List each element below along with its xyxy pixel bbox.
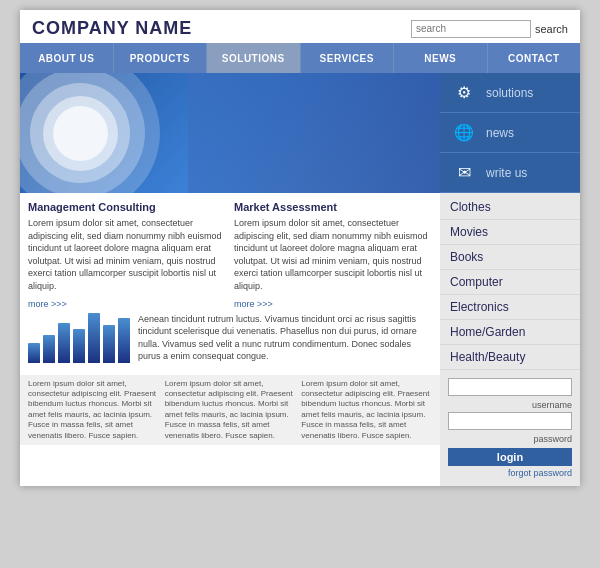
right-panel: Clothes Movies Books Computer Electronic…: [440, 193, 580, 486]
mid-section: Aenean tincidunt rutrum luctus. Vivamus …: [20, 313, 440, 371]
cat-books[interactable]: Books: [440, 245, 580, 270]
mid-text: Aenean tincidunt rutrum luctus. Vivamus …: [130, 313, 432, 367]
col-management: Management Consulting Lorem ipsum dolor …: [28, 201, 234, 309]
forgot-password-link[interactable]: forgot password: [448, 468, 572, 478]
username-label: username: [448, 400, 572, 410]
nav-item-services[interactable]: SERVICES: [301, 43, 395, 73]
sidebar-item-news[interactable]: 🌐 news: [440, 113, 580, 153]
password-field[interactable]: [448, 412, 572, 430]
globe-icon: 🌐: [450, 119, 478, 147]
nav-item-products[interactable]: PRODUCTS: [114, 43, 208, 73]
login-section: username password login forgot password: [440, 370, 580, 486]
bar-6: [103, 325, 115, 363]
hero-section: [20, 73, 440, 193]
footer-card-2: Lorem ipsum dolor sit amet, consectetur …: [165, 379, 296, 441]
col1-text: Lorem ipsum dolor sit amet, consectetuer…: [28, 217, 226, 293]
footer-card-3-text: Lorem ipsum dolor sit amet, consectetur …: [301, 379, 429, 440]
search-input[interactable]: [411, 20, 531, 38]
nav-item-solutions[interactable]: SOLUTIONS: [207, 43, 301, 73]
col2-text: Lorem ipsum dolor sit amet, consectetuer…: [234, 217, 432, 293]
footer-cards: Lorem ipsum dolor sit amet, consectetur …: [20, 375, 440, 445]
hero-circle-5: [53, 106, 108, 161]
footer-card-1-text: Lorem ipsum dolor sit amet, consectetur …: [28, 379, 156, 440]
login-button[interactable]: login: [448, 448, 572, 466]
bar-4: [73, 329, 85, 363]
page-container: COMPANY NAME search ABOUT US PRODUCTS SO…: [20, 10, 580, 486]
search-label: search: [535, 23, 568, 35]
sidebar-item-write[interactable]: ✉ write us: [440, 153, 580, 193]
bar-7: [118, 318, 130, 363]
col1-title: Management Consulting: [28, 201, 226, 213]
bar-1: [28, 343, 40, 363]
category-sidebar: Clothes Movies Books Computer Electronic…: [440, 193, 580, 370]
footer-card-1: Lorem ipsum dolor sit amet, consectetur …: [28, 379, 159, 441]
search-bar: search: [411, 20, 568, 38]
nav-bar: ABOUT US PRODUCTS SOLUTIONS SERVICES NEW…: [20, 43, 580, 73]
right-sidebar: ⚙ solutions 🌐 news ✉ write us: [440, 73, 580, 193]
footer-card-2-text: Lorem ipsum dolor sit amet, consectetur …: [165, 379, 293, 440]
sidebar-label-solutions: solutions: [486, 86, 533, 100]
cat-clothes[interactable]: Clothes: [440, 195, 580, 220]
content-row: Management Consulting Lorem ipsum dolor …: [20, 193, 580, 486]
bar-3: [58, 323, 70, 363]
cat-home-garden[interactable]: Home/Garden: [440, 320, 580, 345]
cat-health-beauty[interactable]: Health/Beauty: [440, 345, 580, 370]
hero-arc: [188, 73, 440, 193]
footer-card-3: Lorem ipsum dolor sit amet, consectetur …: [301, 379, 432, 441]
company-name: COMPANY NAME: [32, 18, 192, 39]
content-columns: Management Consulting Lorem ipsum dolor …: [20, 193, 440, 313]
header: COMPANY NAME search: [20, 10, 580, 43]
username-field[interactable]: [448, 378, 572, 396]
main-content: Management Consulting Lorem ipsum dolor …: [20, 193, 440, 486]
col1-more[interactable]: more >>>: [28, 299, 67, 309]
nav-item-about[interactable]: ABOUT US: [20, 43, 114, 73]
nav-item-news[interactable]: NEWS: [394, 43, 488, 73]
cat-movies[interactable]: Movies: [440, 220, 580, 245]
col-market: Market Assessment Lorem ipsum dolor sit …: [234, 201, 432, 309]
sidebar-label-news: news: [486, 126, 514, 140]
cat-computer[interactable]: Computer: [440, 270, 580, 295]
chart-bars: [28, 313, 130, 363]
sidebar-item-solutions[interactable]: ⚙ solutions: [440, 73, 580, 113]
bar-chart: [28, 313, 130, 367]
cat-electronics[interactable]: Electronics: [440, 295, 580, 320]
password-label: password: [448, 434, 572, 444]
bar-2: [43, 335, 55, 363]
bar-5: [88, 313, 100, 363]
col2-title: Market Assessment: [234, 201, 432, 213]
hero-row: ⚙ solutions 🌐 news ✉ write us: [20, 73, 580, 193]
hero-banner: [20, 73, 440, 193]
gear-icon: ⚙: [450, 79, 478, 107]
col2-more[interactable]: more >>>: [234, 299, 273, 309]
sidebar-label-write: write us: [486, 166, 527, 180]
mail-icon: ✉: [450, 159, 478, 187]
nav-item-contact[interactable]: CONTACT: [488, 43, 581, 73]
